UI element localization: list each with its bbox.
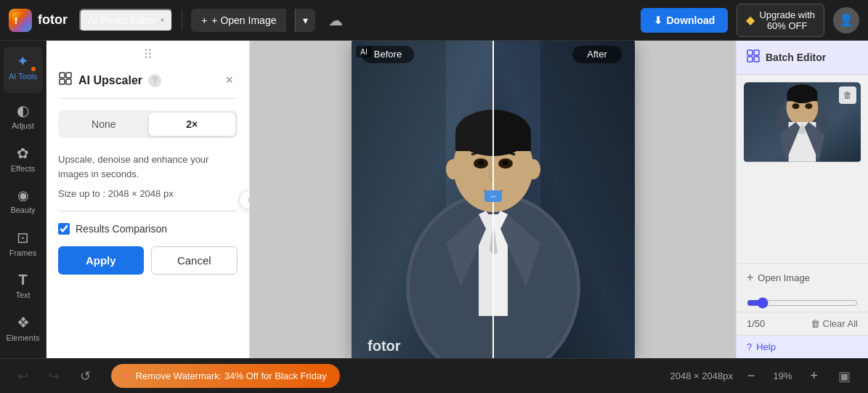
topbar: f fotor AI Photo Editor ▾ + + Open Image…: [0, 0, 868, 41]
divider: [182, 10, 182, 31]
sidebar-item-uploads[interactable]: ⬆ Uploads: [4, 351, 43, 358]
sidebar-item-ai-tools[interactable]: ✦ AI Tools: [4, 46, 43, 93]
right-bottom-bar: 1/50 🗑 Clear All: [737, 312, 868, 335]
panel-help-icon[interactable]: ?: [148, 74, 161, 87]
redo-button[interactable]: ↪: [43, 365, 65, 387]
page-count: 1/50: [747, 318, 765, 329]
reset-button[interactable]: ↺: [74, 365, 97, 387]
undo-button[interactable]: ↩: [12, 365, 34, 387]
upscale-toggle-group: None 2×: [58, 110, 238, 138]
sidebar-item-effects[interactable]: ✿ Effects: [4, 139, 43, 179]
ai-photo-editor-button[interactable]: AI Photo Editor ▾: [79, 9, 173, 32]
upgrade-button[interactable]: ◆ Upgrade with60% OFF: [737, 4, 824, 37]
upscaler-icon: [58, 71, 73, 89]
svg-point-38: [503, 161, 508, 165]
sidebar-item-elements[interactable]: ❖ Elements: [4, 308, 43, 348]
right-slider-area: [737, 291, 868, 312]
svg-rect-52: [747, 57, 753, 62]
fotor-logo-icon: f: [9, 9, 32, 32]
zoom-out-button[interactable]: −: [742, 365, 761, 386]
sidebar-label-ai-tools: AI Tools: [9, 72, 37, 81]
open-image-label: + Open Image: [211, 15, 276, 26]
canvas-area: ↔ Before After AI fotor: [250, 41, 736, 358]
right-panel: Batch Editor: [736, 41, 868, 358]
panel-header: AI Upscaler ? ×: [46, 65, 249, 98]
svg-rect-5: [66, 79, 71, 84]
open-image-button[interactable]: + + Open Image: [191, 9, 286, 32]
svg-text:After: After: [587, 49, 607, 60]
sidebar-item-text[interactable]: T Text: [4, 266, 43, 305]
zoom-plus-icon: +: [810, 368, 818, 383]
panel-title-row: AI Upscaler ?: [58, 71, 161, 89]
thumbnail-delete-button[interactable]: 🗑: [839, 86, 856, 104]
download-button[interactable]: ⬇ Download: [641, 8, 729, 33]
cloud-button[interactable]: ☁: [324, 7, 347, 33]
sidebar-item-beauty[interactable]: ◉ Beauty: [4, 182, 43, 220]
svg-point-59: [792, 103, 800, 109]
open-image-right-label: Open Image: [758, 272, 810, 283]
help-label: Help: [756, 341, 776, 352]
svg-rect-50: [747, 50, 753, 55]
zoom-minus-icon: −: [747, 368, 755, 383]
ai-tools-icon: ✦: [17, 52, 29, 70]
ai-photo-editor-label: AI Photo Editor: [88, 15, 156, 26]
panel-title: AI Upscaler: [78, 74, 142, 87]
toggle-none-button[interactable]: None: [60, 113, 147, 136]
plus-icon: +: [747, 271, 753, 284]
zoom-in-button[interactable]: +: [804, 365, 824, 386]
svg-rect-2: [60, 73, 65, 78]
left-sidebar: ✦ AI Tools ◐ Adjust ✿ Effects ◉ Beauty ⊡…: [0, 41, 46, 358]
sidebar-label-text: Text: [15, 291, 30, 299]
panel-close-button[interactable]: ×: [221, 71, 238, 89]
action-buttons: Apply Cancel: [46, 246, 249, 286]
effects-icon: ✿: [17, 145, 29, 162]
remove-watermark-button[interactable]: ♥ Remove Watermark: 34% Off for Black Fr…: [111, 364, 340, 388]
sidebar-label-adjust: Adjust: [12, 121, 34, 130]
toggle-2x-button[interactable]: 2×: [149, 113, 236, 136]
bottom-bar: ↩ ↪ ↺ ♥ Remove Watermark: 34% Off for Bl…: [0, 358, 868, 393]
avatar[interactable]: 👤: [833, 7, 859, 33]
sidebar-label-effects: Effects: [11, 164, 35, 173]
zoom-level: 19%: [769, 370, 795, 381]
diamond-icon: ◆: [746, 13, 755, 27]
svg-point-25: [446, 159, 461, 179]
right-slider[interactable]: [747, 297, 858, 309]
image-compare: ↔ Before After AI fotor: [352, 41, 635, 358]
upgrade-label: Upgrade with60% OFF: [759, 9, 815, 31]
batch-editor-icon: [747, 49, 760, 65]
open-image-dropdown-button[interactable]: ▾: [295, 9, 315, 32]
view-toggle-button[interactable]: ▣: [832, 365, 856, 387]
frames-icon: ⊡: [17, 229, 29, 246]
apply-button[interactable]: Apply: [58, 246, 144, 275]
sidebar-label-elements: Elements: [7, 333, 40, 342]
clear-all-button[interactable]: 🗑 Clear All: [811, 318, 858, 329]
cancel-button[interactable]: Cancel: [151, 246, 238, 275]
download-icon: ⬇: [654, 15, 662, 26]
reset-icon: ↺: [80, 369, 91, 384]
open-image-plus-icon: +: [201, 15, 207, 26]
sidebar-item-frames[interactable]: ⊡ Frames: [4, 223, 43, 263]
panel-drag-handle[interactable]: ⠿: [46, 41, 249, 65]
image-dimensions: 2048 × 2048px: [670, 370, 733, 381]
clear-icon: 🗑: [811, 318, 820, 329]
sidebar-item-adjust[interactable]: ◐ Adjust: [4, 96, 43, 136]
help-button[interactable]: ? Help: [737, 335, 868, 358]
open-image-right-button[interactable]: + Open Image: [737, 263, 868, 291]
ai-tools-dot: [31, 67, 36, 71]
avatar-icon: 👤: [839, 13, 853, 27]
logo-text: fotor: [38, 12, 68, 28]
results-comparison-label[interactable]: Results Comparison: [76, 223, 167, 235]
download-label: Download: [667, 15, 715, 26]
canvas-image: ↔ Before After AI fotor: [352, 41, 635, 358]
svg-rect-3: [66, 73, 71, 78]
svg-text:AI: AI: [360, 48, 367, 56]
clear-all-label: Clear All: [823, 318, 858, 329]
batch-editor-title: Batch Editor: [766, 52, 826, 63]
thumbnail-area: 🗑: [737, 75, 868, 263]
results-comparison-checkbox[interactable]: [58, 223, 70, 235]
chevron-down-icon: ▾: [161, 16, 164, 24]
elements-icon: ❖: [17, 314, 30, 331]
delete-icon: 🗑: [843, 90, 852, 100]
redo-icon: ↪: [49, 369, 60, 384]
undo-icon: ↩: [17, 369, 28, 384]
